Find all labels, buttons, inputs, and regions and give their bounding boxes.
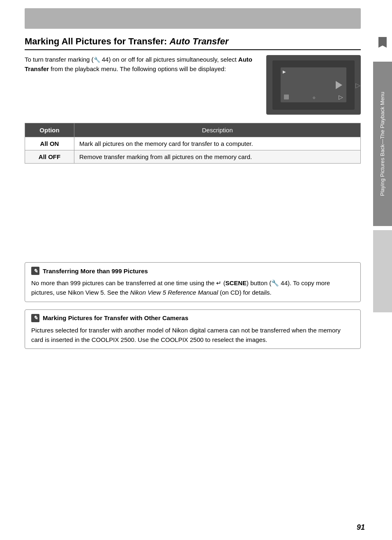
sidebar-icon-area (373, 4, 392, 49)
screen-play-icon: ▶ (283, 69, 286, 74)
screen-play-button (336, 81, 342, 89)
intro-text: To turn transfer marking (🔧 44) on or of… (25, 55, 258, 115)
title-normal: Marking All Pictures for Transfer: (25, 36, 167, 47)
option-all-on: All ON (25, 137, 74, 150)
sidebar-lower-tab (373, 230, 392, 312)
screen-dot (284, 95, 289, 99)
title-italic: Auto Transfer (169, 36, 228, 47)
page-number: 91 (357, 523, 365, 532)
intro-page-ref: 44) on or off for all pictures simultane… (100, 56, 238, 63)
top-bar (25, 8, 361, 29)
option-all-off: All OFF (25, 150, 74, 164)
screen-arrow-right: ▷ (339, 94, 343, 100)
sidebar-bookmark-icon (378, 37, 387, 48)
note-box-1: ✎ Transferring More than 999 Pictures No… (25, 262, 361, 302)
camera-screen: ▶ ⬦ ▷ ▷ (272, 60, 355, 110)
page-ref-icon: 🔧 (94, 57, 100, 63)
intro-text-after: from the playback menu. The following op… (49, 65, 226, 72)
intro-text-before: To turn transfer marking ( (25, 56, 94, 63)
note-title-text-2: Marking Pictures for Transfer with Other… (43, 314, 188, 321)
sidebar-label: Playing Pictures Back—The Playback Menu (379, 92, 386, 196)
note-text-1: No more than 999 pictures can be transfe… (31, 278, 354, 298)
table-row: All OFF Remove transfer marking from all… (25, 150, 361, 164)
desc-all-off: Remove transfer marking from all picture… (74, 150, 361, 164)
section-title: Marking All Pictures for Transfer: Auto … (25, 36, 361, 50)
desc-all-on: Mark all pictures on the memory card for… (74, 137, 361, 150)
content-spacer (25, 172, 361, 262)
note-icon-1: ✎ (31, 267, 39, 275)
note-title-2: ✎ Marking Pictures for Transfer with Oth… (31, 314, 354, 322)
sidebar: Playing Pictures Back—The Playback Menu (373, 0, 392, 540)
table-header-option: Option (25, 123, 74, 137)
screen-inner: ▶ ⬦ ▷ (281, 67, 346, 102)
screen-arrow-up: ⬦ (312, 94, 316, 100)
note-box-2: ✎ Marking Pictures for Transfer with Oth… (25, 309, 361, 349)
note-title-1: ✎ Transferring More than 999 Pictures (31, 267, 354, 275)
scene-label: SCENE (225, 279, 247, 286)
intro-area: To turn transfer marking (🔧 44) on or of… (25, 55, 361, 115)
options-table: Option Description All ON Mark all pictu… (25, 123, 361, 164)
screen-bottom-area: ⬦ ▷ (281, 94, 346, 100)
sidebar-tab: Playing Pictures Back—The Playback Menu (373, 62, 392, 226)
note-text-2: Pictures selected for transfer with anot… (31, 325, 354, 345)
nav-arrow-right-icon: ▷ (355, 81, 360, 89)
table-row: All ON Mark all pictures on the memory c… (25, 137, 361, 150)
nikon-view-ref: Nikon View 5 Reference Manual (130, 289, 218, 296)
note-icon-2: ✎ (31, 314, 39, 322)
table-header-description: Description (74, 123, 361, 137)
camera-screenshot: ▶ ⬦ ▷ ▷ (266, 55, 361, 115)
note-title-text-1: Transferring More than 999 Pictures (43, 268, 148, 275)
